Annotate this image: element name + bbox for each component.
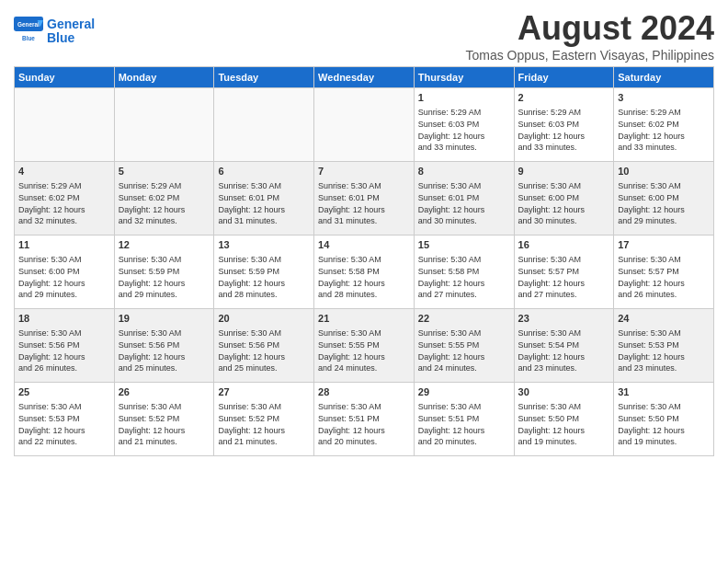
- day-info: and 24 minutes.: [418, 362, 510, 374]
- calendar-cell: 28Sunrise: 5:30 AMSunset: 5:51 PMDayligh…: [314, 383, 415, 456]
- day-number: 8: [418, 165, 510, 178]
- day-info: and 26 minutes.: [18, 362, 110, 374]
- day-number: 3: [618, 91, 710, 105]
- day-info: and 32 minutes.: [18, 215, 110, 227]
- day-info: Sunrise: 5:30 AM: [318, 327, 410, 339]
- day-info: Sunrise: 5:30 AM: [218, 401, 310, 413]
- day-info: Daylight: 12 hours: [418, 351, 510, 363]
- page-header: General Blue General Blue August 2024 To…: [14, 9, 714, 63]
- week-row-2: 4Sunrise: 5:29 AMSunset: 6:02 PMDaylight…: [15, 162, 714, 236]
- day-info: Sunrise: 5:29 AM: [18, 180, 110, 192]
- day-info: Daylight: 12 hours: [218, 278, 310, 290]
- day-info: and 22 minutes.: [18, 436, 110, 448]
- day-number: 23: [518, 312, 610, 326]
- day-info: Daylight: 12 hours: [618, 204, 710, 216]
- day-info: and 25 minutes.: [119, 362, 210, 374]
- calendar-cell: 13Sunrise: 5:30 AMSunset: 5:59 PMDayligh…: [214, 236, 314, 309]
- day-info: and 31 minutes.: [318, 215, 410, 227]
- day-info: Sunset: 5:56 PM: [218, 339, 310, 351]
- day-info: Daylight: 12 hours: [418, 131, 510, 143]
- day-info: and 32 minutes.: [119, 215, 210, 227]
- day-info: Sunset: 6:03 PM: [418, 119, 510, 131]
- calendar-cell: 23Sunrise: 5:30 AMSunset: 5:54 PMDayligh…: [514, 309, 614, 383]
- calendar-table: SundayMondayTuesdayWednesdayThursdayFrid…: [14, 66, 714, 456]
- day-info: Daylight: 12 hours: [618, 278, 710, 290]
- day-number: 24: [618, 312, 710, 326]
- col-header-tuesday: Tuesday: [214, 67, 314, 88]
- day-info: Daylight: 12 hours: [518, 425, 610, 437]
- week-row-3: 11Sunrise: 5:30 AMSunset: 6:00 PMDayligh…: [15, 236, 714, 309]
- day-info: and 19 minutes.: [618, 436, 710, 448]
- day-info: Sunrise: 5:30 AM: [218, 327, 310, 339]
- day-number: 11: [18, 238, 110, 252]
- calendar-cell: [214, 88, 314, 162]
- day-info: Sunrise: 5:30 AM: [18, 401, 110, 413]
- day-info: Daylight: 12 hours: [618, 425, 710, 437]
- day-number: 14: [318, 238, 410, 252]
- logo-blue: Blue: [47, 31, 95, 45]
- day-info: Sunset: 5:56 PM: [119, 339, 210, 351]
- day-number: 26: [119, 385, 210, 399]
- day-info: Sunset: 5:53 PM: [18, 413, 110, 425]
- day-number: 22: [418, 312, 510, 326]
- calendar-cell: 24Sunrise: 5:30 AMSunset: 5:53 PMDayligh…: [614, 309, 714, 383]
- day-info: Sunset: 5:55 PM: [418, 339, 510, 351]
- day-info: Sunrise: 5:30 AM: [318, 180, 410, 192]
- day-info: Sunset: 6:02 PM: [18, 192, 110, 204]
- day-info: and 21 minutes.: [119, 436, 210, 448]
- day-info: Sunrise: 5:30 AM: [518, 401, 610, 413]
- day-info: Sunset: 6:00 PM: [618, 192, 710, 204]
- calendar-cell: 15Sunrise: 5:30 AMSunset: 5:58 PMDayligh…: [414, 236, 514, 309]
- day-number: 10: [618, 165, 710, 178]
- day-info: Sunset: 5:54 PM: [518, 339, 610, 351]
- day-info: Sunrise: 5:30 AM: [418, 180, 510, 192]
- day-info: Sunset: 5:55 PM: [318, 339, 410, 351]
- day-info: and 25 minutes.: [218, 362, 310, 374]
- day-info: Daylight: 12 hours: [318, 351, 410, 363]
- day-number: 4: [18, 165, 110, 178]
- day-info: Daylight: 12 hours: [119, 425, 210, 437]
- day-info: Sunrise: 5:29 AM: [518, 107, 610, 119]
- day-info: Sunset: 5:51 PM: [418, 413, 510, 425]
- day-number: 17: [618, 238, 710, 252]
- day-number: 19: [119, 312, 210, 326]
- day-info: and 29 minutes.: [119, 289, 210, 301]
- calendar-cell: 16Sunrise: 5:30 AMSunset: 5:57 PMDayligh…: [514, 236, 614, 309]
- day-info: Sunrise: 5:30 AM: [318, 254, 410, 266]
- day-info: Sunset: 6:03 PM: [518, 119, 610, 131]
- day-info: and 30 minutes.: [418, 215, 510, 227]
- day-info: Sunrise: 5:30 AM: [119, 327, 210, 339]
- day-number: 21: [318, 312, 410, 326]
- day-info: Daylight: 12 hours: [418, 425, 510, 437]
- day-info: Daylight: 12 hours: [318, 425, 410, 437]
- title-block: August 2024 Tomas Oppus, Eastern Visayas…: [465, 9, 714, 63]
- day-info: Daylight: 12 hours: [618, 351, 710, 363]
- day-number: 31: [618, 385, 710, 399]
- calendar-cell: 17Sunrise: 5:30 AMSunset: 5:57 PMDayligh…: [614, 236, 714, 309]
- calendar-cell: 27Sunrise: 5:30 AMSunset: 5:52 PMDayligh…: [214, 383, 314, 456]
- day-info: Sunrise: 5:30 AM: [18, 327, 110, 339]
- week-row-1: 1Sunrise: 5:29 AMSunset: 6:03 PMDaylight…: [15, 88, 714, 162]
- calendar-cell: 3Sunrise: 5:29 AMSunset: 6:02 PMDaylight…: [614, 88, 714, 162]
- col-header-saturday: Saturday: [614, 67, 714, 88]
- day-number: 25: [18, 385, 110, 399]
- day-info: Sunset: 5:52 PM: [119, 413, 210, 425]
- calendar-cell: 31Sunrise: 5:30 AMSunset: 5:50 PMDayligh…: [614, 383, 714, 456]
- day-info: and 28 minutes.: [318, 289, 410, 301]
- day-number: 16: [518, 238, 610, 252]
- calendar-cell: 30Sunrise: 5:30 AMSunset: 5:50 PMDayligh…: [514, 383, 614, 456]
- calendar-cell: 11Sunrise: 5:30 AMSunset: 6:00 PMDayligh…: [15, 236, 115, 309]
- day-info: Sunrise: 5:30 AM: [618, 327, 710, 339]
- day-info: Sunrise: 5:30 AM: [119, 401, 210, 413]
- day-info: Sunrise: 5:30 AM: [218, 180, 310, 192]
- day-info: Daylight: 12 hours: [518, 204, 610, 216]
- day-info: and 29 minutes.: [18, 289, 110, 301]
- day-info: Sunrise: 5:30 AM: [418, 254, 510, 266]
- week-row-5: 25Sunrise: 5:30 AMSunset: 5:53 PMDayligh…: [15, 383, 714, 456]
- col-header-thursday: Thursday: [414, 67, 514, 88]
- day-info: Sunset: 5:57 PM: [518, 266, 610, 278]
- day-info: Sunset: 6:01 PM: [218, 192, 310, 204]
- calendar-cell: 22Sunrise: 5:30 AMSunset: 5:55 PMDayligh…: [414, 309, 514, 383]
- day-info: Sunrise: 5:29 AM: [119, 180, 210, 192]
- day-info: and 31 minutes.: [218, 215, 310, 227]
